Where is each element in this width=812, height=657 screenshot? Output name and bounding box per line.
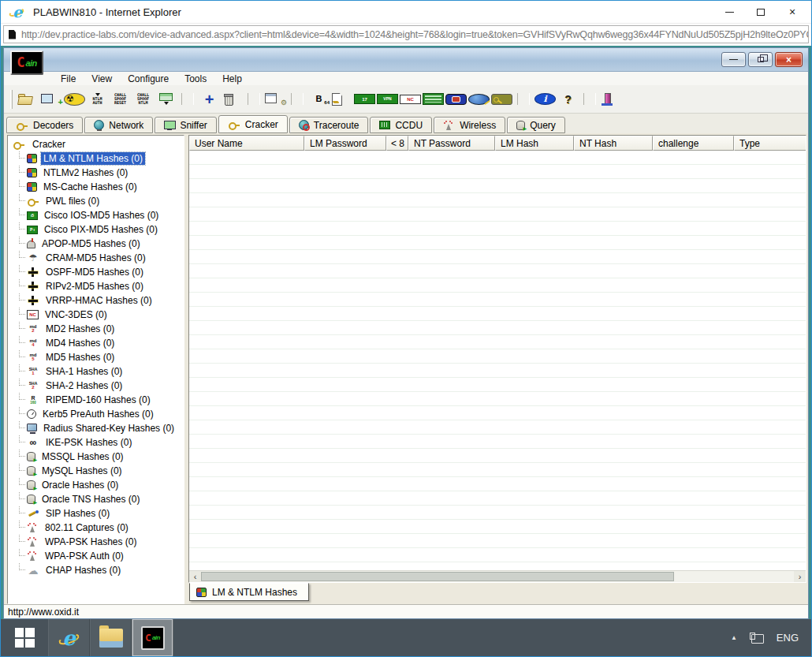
tree-item-wpa-psk-auth-0[interactable]: WPA-PSK Auth (0) <box>9 549 184 563</box>
tab-traceroute[interactable]: Traceroute <box>289 117 369 133</box>
sniffer-computer-icon <box>164 121 175 130</box>
windows-start-icon <box>15 628 35 648</box>
language-indicator[interactable]: ENG <box>777 632 799 644</box>
show-hidden-icons-chevron[interactable]: ▲ <box>731 634 737 641</box>
tree-root-cracker[interactable]: Cracker <box>9 137 184 151</box>
cain-restore-button[interactable] <box>748 52 773 67</box>
column-8[interactable]: < 8 <box>386 136 408 151</box>
tree-item-md2-hashes-0[interactable]: MD2 Hashes (0) <box>9 322 184 336</box>
tab-ccdu[interactable]: CCDU <box>370 117 432 133</box>
tree-item-apop-md5-hashes-0[interactable]: APOP-MD5 Hashes (0) <box>9 237 184 251</box>
input-device-icon[interactable] <box>750 633 764 644</box>
tree-item-kerb5-preauth-hashes-0[interactable]: Kerb5 PreAuth Hashes (0) <box>9 407 184 421</box>
tree-item-pwl-files-0[interactable]: PWL files (0) <box>9 194 184 208</box>
tab-query[interactable]: Query <box>507 117 565 133</box>
tree-item-mssql-hashes-0[interactable]: MSSQL Hashes (0) <box>9 450 184 464</box>
tree-item-vnc-3des-0[interactable]: VNC-3DES (0) <box>9 308 184 322</box>
ntlm-auth-icon[interactable] <box>87 93 108 105</box>
cain-titlebar[interactable]: Cain × <box>4 48 808 72</box>
tree-item-sha-2-hashes-0[interactable]: SHA-2 Hashes (0) <box>9 379 184 393</box>
tree-item-lm-ntlm-hashes-0[interactable]: LM & NTLM Hashes (0) <box>9 151 184 166</box>
taskbar-explorer-button[interactable] <box>90 619 132 656</box>
column-nt-password[interactable]: NT Password <box>408 136 495 151</box>
tree-item-ripemd-160-hashes-0[interactable]: RIPEMD-160 Hashes (0) <box>9 393 184 407</box>
tree-item-oracle-hashes-0[interactable]: Oracle Hashes (0) <box>9 478 184 492</box>
taskbar-ie-button[interactable]: e <box>48 619 90 656</box>
ie-maximize-button[interactable] <box>745 2 777 22</box>
tree-item-sha-1-hashes-0[interactable]: SHA-1 Hashes (0) <box>9 364 184 379</box>
column-nt-hash[interactable]: NT Hash <box>574 136 653 151</box>
start-button[interactable] <box>1 619 48 656</box>
scroll-right-arrow[interactable]: › <box>794 571 806 582</box>
menu-configure[interactable]: Configure <box>121 73 175 85</box>
apr-poison-icon[interactable] <box>64 93 85 106</box>
tree-item-ms-cache-hashes-0[interactable]: MS-Cache Hashes (0) <box>9 180 184 194</box>
tree-item-oracle-tns-hashes-0[interactable]: Oracle TNS Hashes (0) <box>9 492 184 506</box>
tree-item-wpa-psk-hashes-0[interactable]: WPA-PSK Hashes (0) <box>9 535 184 549</box>
tab-cracker[interactable]: Cracker <box>218 115 288 133</box>
ie-minimize-button[interactable] <box>713 2 745 22</box>
scrollbar-track[interactable] <box>201 571 794 582</box>
menu-tools[interactable]: Tools <box>178 73 213 85</box>
menu-file[interactable]: File <box>54 73 82 85</box>
delete-icon[interactable] <box>222 93 243 106</box>
bottom-tab-lm-ntlm-hashes[interactable]: LM & NTLM Hashes <box>189 583 309 601</box>
tab-sniffer[interactable]: Sniffer <box>155 117 216 133</box>
tree-item-chap-hashes-0[interactable]: CHAP Hashes (0) <box>9 563 184 577</box>
routing-arrows-icon <box>27 267 39 278</box>
tree-item-cram-md5-hashes-0[interactable]: CRAM-MD5 Hashes (0) <box>9 251 184 265</box>
tree-item-cisco-pix-md5-hashes-0[interactable]: Cisco PIX-MD5 Hashes (0) <box>9 222 184 237</box>
tree-item-md5-hashes-0[interactable]: MD5 Hashes (0) <box>9 350 184 364</box>
info-icon[interactable] <box>535 93 556 105</box>
tab-wireless[interactable]: Wireless <box>434 117 505 133</box>
tree-item-md4-hashes-0[interactable]: MD4 Hashes (0) <box>9 336 184 350</box>
cain-close-button[interactable]: × <box>775 52 803 67</box>
ie-close-button[interactable]: × <box>777 2 808 22</box>
tree-item-ospf-md5-hashes-0[interactable]: OSPF-MD5 Hashes (0) <box>9 265 184 279</box>
column-user-name[interactable]: User Name <box>189 136 304 151</box>
scroll-left-arrow[interactable]: ‹ <box>189 571 201 582</box>
hash-calculator-icon[interactable] <box>354 94 375 104</box>
tree-item-ripv2-md5-hashes-0[interactable]: RIPv2-MD5 Hashes (0) <box>9 279 184 293</box>
tab-network[interactable]: Network <box>84 117 153 133</box>
syskey-decoder-icon[interactable] <box>491 94 512 105</box>
tab-decoders[interactable]: Decoders <box>6 117 83 133</box>
access-decoder-icon[interactable] <box>331 93 352 105</box>
tree-item-ike-psk-hashes-0[interactable]: IKE-PSK Hashes (0) <box>9 435 184 450</box>
cain-minimize-button[interactable] <box>721 52 746 67</box>
menu-help[interactable]: Help <box>216 73 248 85</box>
tree-item-sip-hashes-0[interactable]: SIP Hashes (0) <box>9 506 184 521</box>
column-lm-hash[interactable]: LM Hash <box>495 136 574 151</box>
column-type[interactable]: Type <box>734 136 806 151</box>
tree-item-ntlmv2-hashes-0[interactable]: NTLMv2 Hashes (0) <box>9 166 184 180</box>
tree-item-cisco-ios-md5-hashes-0[interactable]: Cisco IOS-MD5 Hashes (0) <box>9 208 184 222</box>
rdp-decoder-icon[interactable] <box>445 94 467 105</box>
base64-decoder-icon[interactable] <box>308 93 330 105</box>
tree-item-radius-shared-key-hashes-0[interactable]: Radius Shared-Key Hashes (0) <box>9 421 184 435</box>
chall-spoof-reset-icon[interactable] <box>110 93 131 105</box>
taskbar-cain-button[interactable]: Cain <box>132 619 173 656</box>
hash-list-body[interactable] <box>189 151 806 570</box>
tree-item-mysql-hashes-0[interactable]: MySQL Hashes (0) <box>9 464 184 478</box>
column-label: NT Hash <box>579 138 616 149</box>
chall-spoof-ntlm-icon[interactable] <box>132 93 154 105</box>
network-globe-icon <box>94 120 104 130</box>
folder-open-icon[interactable] <box>18 94 39 104</box>
sniffer-card-icon[interactable] <box>155 93 177 105</box>
help-icon[interactable] <box>557 93 579 105</box>
services-config-icon[interactable] <box>265 93 286 105</box>
address-bar[interactable]: http://dev.practice-labs.com/device-adva… <box>3 25 809 43</box>
add-computer-icon[interactable] <box>41 93 62 105</box>
column-lm-password[interactable]: LM Password <box>304 136 386 151</box>
vpn-decoder-icon[interactable] <box>377 94 398 104</box>
column-challenge[interactable]: challenge <box>653 136 734 151</box>
scrollbar-thumb[interactable] <box>201 572 674 581</box>
cisco7-decoder-icon[interactable] <box>423 93 444 105</box>
vnc-decoder-icon[interactable] <box>400 95 421 104</box>
add-items-icon[interactable] <box>199 93 220 105</box>
tree-item-vrrp-hmac-hashes-0[interactable]: VRRP-HMAC Hashes (0) <box>9 293 184 308</box>
exit-icon[interactable] <box>601 93 622 106</box>
wireless-decoder-icon[interactable] <box>468 94 490 105</box>
tree-item-802-11-captures-0[interactable]: 802.11 Captures (0) <box>9 521 184 535</box>
menu-view[interactable]: View <box>85 73 118 85</box>
